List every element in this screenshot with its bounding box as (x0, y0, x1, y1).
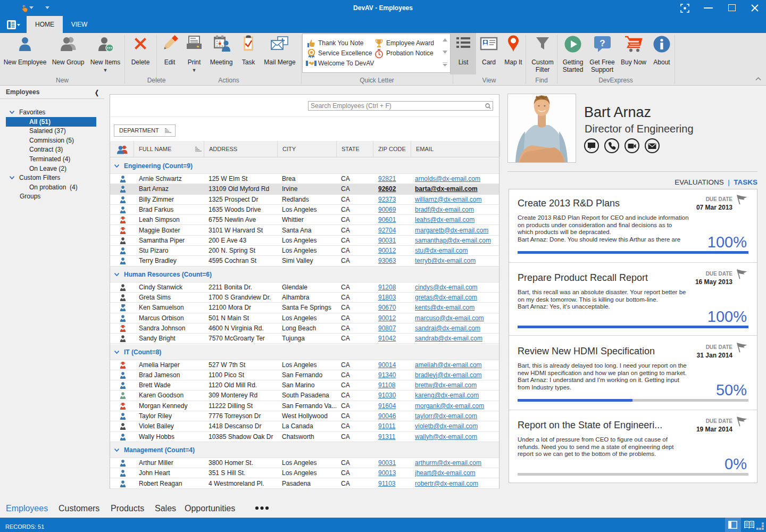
svg-text:?: ? (600, 38, 605, 48)
